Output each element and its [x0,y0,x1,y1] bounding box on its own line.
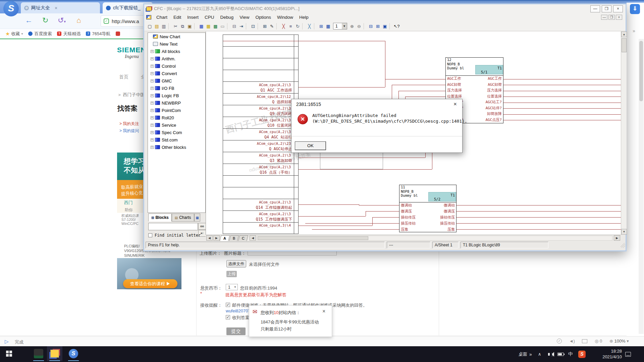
expander-icon[interactable]: + [151,72,154,75]
block-pin[interactable]: 位置选择 [446,94,465,100]
block-pin[interactable]: AGC卸荷 [484,82,503,88]
open-folder-icon[interactable]: ▤ [154,23,160,29]
close-icon[interactable]: × [322,308,325,314]
expander-icon[interactable]: + [151,116,154,119]
scrollbar-thumb[interactable] [639,41,643,101]
volume-icon[interactable]: ) [548,346,553,362]
function-block-nop8b-11[interactable]: 11 NOP8_B Dummy bl T15/2 微调抬微调压操抬传压操压传抬压… [399,185,457,232]
horizontal-scrollbar[interactable] [257,236,612,241]
hidden-icons-chevron[interactable]: ∧ [538,346,541,362]
taskbar-clock[interactable]: 18:28 2021/4/10 [590,348,622,360]
sheet-tab-a[interactable]: A [220,235,230,241]
notify-answer-checkbox[interactable]: ✓ [226,315,230,319]
window-layout-icon[interactable]: ▣ [382,23,388,29]
tree-item-convert[interactable]: +Convert [148,70,205,77]
nav-home[interactable]: 首页 [119,74,128,80]
margin-row[interactable] [223,58,298,70]
tree-item-spec-com[interactable]: +Spec Com [148,129,205,136]
battery-icon[interactable] [557,346,564,362]
menu-edit[interactable]: Edit [170,15,184,20]
split-icon[interactable]: ⊞ [375,23,381,29]
block-pin[interactable]: 操抬传压 [399,215,417,221]
play-icon[interactable]: ▷ [5,339,9,345]
favorites-menu[interactable]: ★收藏▾ [5,31,23,37]
taskbar-app-cfc[interactable] [47,346,62,361]
interconnection-margin-rows[interactable]: ACom_cpu(A,2)\3Q1 AGC 工作选择ACom_cpu(A,2)\… [223,35,299,234]
tab-scroll-left-icon[interactable]: ◀ [206,235,213,241]
margin-row[interactable]: ACom_cpu(A,2)\3Q4 AGC 站运行 [223,129,298,140]
block-pin[interactable]: 操压传抬 [439,221,456,227]
menu-debug[interactable]: Debug [217,15,237,20]
desktop-toolbar[interactable]: 桌面» [519,346,532,362]
error-dialog[interactable]: 2381:16515 × ✕ AUTGetLongBinaryAttribute… [291,99,463,153]
block-search-input[interactable] [148,223,198,230]
hscroll-right-icon[interactable]: ▶ [614,235,620,241]
table-icon[interactable]: ⊞ [318,23,324,29]
minimize-button[interactable]: — [590,5,600,12]
find-initial-letter-checkbox[interactable] [148,233,152,237]
tree-item-new-chart[interactable]: New Chart [148,33,205,40]
layout-icon[interactable]: ▦ [325,23,331,29]
block-pin[interactable]: 微调抬 [399,202,417,208]
block-pin[interactable]: 压靠 [399,227,417,233]
margin-row[interactable]: ACom_cpu(A,2)\3Q16 点压（手动） [223,164,298,176]
block-pin[interactable]: 操压传抬 [399,221,417,227]
expander-icon[interactable]: + [151,57,154,60]
ok-button[interactable]: OK [295,141,326,150]
download-icon[interactable]: ⇓ [630,4,640,14]
menu-options[interactable]: Options [252,15,274,20]
expander-icon[interactable]: + [151,65,154,68]
block-pin[interactable]: AGC站工? [484,99,503,105]
block-pin[interactable]: 微调压 [399,208,417,215]
popup-body[interactable]: 1847会员半年卡99元优惠活动只剩最后12小时 [261,318,320,333]
mdi-close-button[interactable]: × [616,15,622,20]
favorite-baidu[interactable]: 百度搜索 [28,31,52,37]
tab-blocks[interactable]: ⊞Blocks [148,214,172,222]
sheet-view-icon[interactable]: ▦ [205,23,212,29]
block-pin[interactable]: 操抬传压 [439,215,456,221]
copy-run-icon[interactable]: ⊟ [231,23,237,29]
url-text[interactable]: http://www.a [112,18,139,24]
sogou-browser-logo[interactable]: S [3,1,19,16]
block-pin[interactable]: 微调压 [439,208,456,215]
tree-item-pointcom[interactable]: +PointCom [148,107,205,114]
margin-row[interactable] [223,176,298,187]
menu-insert[interactable]: Insert [184,15,202,20]
wire-cross-icon[interactable]: ╳ [280,23,287,29]
undo-icon[interactable]: ↺▾ [58,16,66,25]
start-button[interactable] [1,346,17,361]
close-icon[interactable]: × [448,101,462,108]
menu-cpu[interactable]: CPU [202,15,217,20]
sound-icon[interactable]: ◄) [569,339,575,344]
margin-row[interactable]: ACom_cpu(A,2)\3Q10 位置闭环 [223,117,298,129]
action-center-icon[interactable] [625,346,631,362]
my-follow-link[interactable]: > 我的关注 [119,121,139,127]
close-tab-icon[interactable]: × [55,5,57,11]
eye-counter-icon[interactable]: ◎ 0 [595,339,602,344]
print-icon[interactable]: ▥ [161,23,167,29]
scroll-up-icon[interactable]: ▲ [621,32,627,37]
block-pin[interactable]: 压力选择 [484,87,503,94]
margin-row[interactable] [223,70,298,82]
layers-icon[interactable]: ⊟ [368,23,374,29]
copy-icon[interactable]: ⧉ [179,23,186,29]
popup-title[interactable]: 您收到10封站内信： [261,310,300,316]
margin-row[interactable]: ACom_cpu(A,2)\3Q9 压力闭环 [223,105,298,117]
menu-view[interactable]: View [236,15,252,20]
block-pin[interactable]: 位置选择 [484,94,503,100]
favorite-7654[interactable]: 77654导航 [86,31,110,37]
expander-icon[interactable]: + [151,50,154,53]
tree-item-roll20[interactable]: +Roll20 [148,114,205,121]
lines-icon[interactable]: ≡ [287,23,294,29]
help-arrow-icon[interactable]: ↖? [393,23,400,29]
site-safety-shield-icon[interactable]: ✓ [104,18,109,24]
close-button[interactable]: × [613,5,623,12]
scrollbar-thumb[interactable] [622,38,627,52]
block-pin[interactable]: 压力选择 [446,87,465,94]
zoom-control[interactable]: ⊕ 100% ▾ [609,339,629,344]
menu-window[interactable]: Window [274,15,296,20]
block-pin[interactable]: AGC卸荷 [446,82,465,88]
interconnect-icon[interactable]: ╳ [306,23,313,29]
menu-chart[interactable]: Chart [153,15,170,20]
insert-block-icon[interactable]: ⊡ [250,23,256,29]
